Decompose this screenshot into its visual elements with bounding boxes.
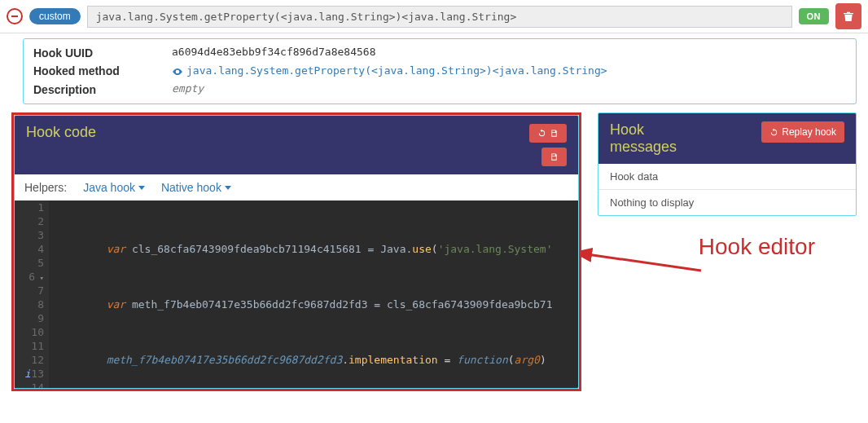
annotation-label: Hook editor xyxy=(699,235,815,260)
label-description: Description xyxy=(33,81,156,99)
collapse-remove-btn[interactable] xyxy=(7,8,23,24)
trash-icon xyxy=(842,10,855,23)
code-body[interactable]: var cls_68cfa6743909fdea9bcb71194c415681… xyxy=(49,200,578,388)
replay-hook-button[interactable]: Replay hook xyxy=(761,121,844,143)
refresh-icon xyxy=(769,128,778,137)
value-description: empty xyxy=(172,81,204,99)
hooked-method-text: java.lang.System.getProperty(<java.lang.… xyxy=(186,63,607,80)
hook-data-row[interactable]: Hook data xyxy=(598,164,856,190)
helpers-bar: Helpers: Java hook Native hook xyxy=(15,174,578,200)
hook-type-badge: custom xyxy=(29,8,81,24)
hook-code-title: Hook code xyxy=(26,124,529,141)
helpers-label: Helpers: xyxy=(24,181,67,194)
link-hooked-method[interactable]: java.lang.System.getProperty(<java.lang.… xyxy=(172,62,607,80)
svg-line-0 xyxy=(587,254,701,271)
hook-code-annotated-region: Hook code Helpers: Java hook Native hook xyxy=(11,112,581,391)
caret-down-icon xyxy=(225,186,231,190)
eye-icon xyxy=(172,66,183,77)
hook-enabled-switch[interactable]: ON xyxy=(799,8,830,24)
native-hook-dropdown[interactable]: Native hook xyxy=(161,181,231,194)
delete-hook-button[interactable] xyxy=(835,3,861,29)
hook-code-panel: Hook code Helpers: Java hook Native hook xyxy=(14,115,579,389)
save-button[interactable] xyxy=(541,148,567,166)
editor-gutter: 1234567891011121314 xyxy=(15,200,49,388)
save-icon xyxy=(550,152,559,161)
hook-messages-title: Hookmessages xyxy=(610,121,761,156)
hook-method-field[interactable]: java.lang.System.getProperty(<java.lang.… xyxy=(87,6,792,28)
label-hooked-method: Hooked method xyxy=(33,62,156,80)
messages-empty-row: Nothing to display xyxy=(598,190,856,215)
hook-detail-panel: Hook UUID a6094d4e83ebb9f34cf896d7a8e845… xyxy=(23,38,857,104)
value-hook-uuid: a6094d4e83ebb9f34cf896d7a8e84568 xyxy=(172,44,375,62)
annotation-arrow: Hook editor xyxy=(579,246,815,295)
code-editor[interactable]: 1234567891011121314 var cls_68cfa6743909… xyxy=(15,200,578,388)
refresh-icon xyxy=(537,129,546,138)
save-icon xyxy=(550,129,559,138)
hook-messages-panel: Hookmessages Replay hook Hook data Nothi… xyxy=(598,112,857,216)
reload-save-button[interactable] xyxy=(529,124,567,143)
java-hook-dropdown[interactable]: Java hook xyxy=(83,181,145,194)
caret-down-icon xyxy=(138,186,145,190)
label-hook-uuid: Hook UUID xyxy=(33,44,156,62)
